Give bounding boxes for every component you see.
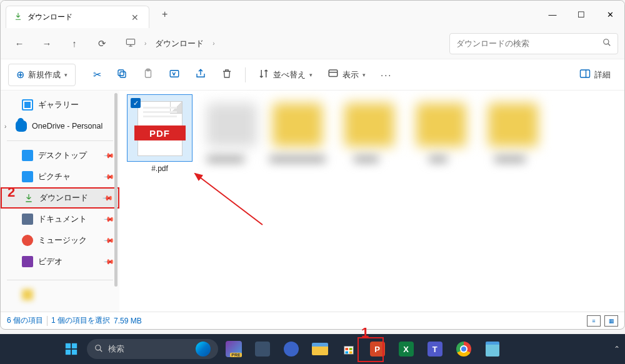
view-button[interactable]: 表示 ▾	[321, 64, 372, 86]
sidebar-item-documents[interactable]: ドキュメント 📌	[1, 209, 119, 230]
svg-rect-19	[349, 352, 352, 354]
taskbar-teams[interactable]: T	[422, 337, 448, 362]
file-checkbox[interactable]: ✓	[131, 98, 141, 108]
status-bar: 6 個の項目 1 個の項目を選択 7.59 MB ≡ ▦	[1, 312, 624, 329]
taskbar-excel[interactable]: X	[393, 337, 419, 362]
pdf-file-icon: PDF	[138, 101, 182, 156]
svg-rect-3	[118, 70, 124, 76]
taskbar-explorer[interactable]	[307, 337, 333, 362]
share-button[interactable]	[189, 64, 212, 86]
sidebar-item-blurred[interactable]	[1, 284, 119, 305]
folder-icon	[22, 289, 33, 300]
taskbar-notepad[interactable]	[479, 337, 506, 362]
sidebar-item-video[interactable]: ビデオ 📌	[1, 251, 119, 272]
navbar: ← → ↑ ⟳ › ダウンロード ›	[1, 28, 624, 59]
details-label: 詳細	[594, 69, 611, 81]
taskbar-tray[interactable]: ⌃	[614, 345, 620, 353]
back-button[interactable]: ←	[7, 34, 32, 54]
more-button[interactable]: ···	[374, 64, 399, 86]
sort-button[interactable]: 並べ替え ▾	[252, 64, 319, 86]
forward-button[interactable]: →	[34, 34, 59, 54]
sidebar-item-pictures[interactable]: ピクチャ 📌	[1, 166, 119, 187]
svg-rect-0	[126, 39, 134, 45]
maximize-button[interactable]: ☐	[567, 4, 596, 24]
sidebar-scrollbar[interactable]	[114, 93, 118, 287]
desktop-icon	[22, 150, 33, 161]
minimize-button[interactable]: —	[538, 4, 567, 24]
cut-button[interactable]: ✂	[87, 64, 108, 86]
sidebar-item-gallery[interactable]: ギャラリー	[1, 94, 119, 116]
svg-rect-13	[72, 350, 77, 355]
status-size: 7.59 MB	[114, 317, 142, 325]
pin-icon: 📌	[102, 170, 114, 182]
annotation-number-2: 2	[8, 184, 15, 200]
paste-icon	[142, 68, 154, 81]
refresh-button[interactable]: ⟳	[89, 34, 114, 54]
file-item-pdf[interactable]: ✓ PDF #.pdf	[127, 94, 192, 173]
new-tab-button[interactable]: +	[156, 5, 174, 24]
taskbar-search-placeholder: 検索	[108, 343, 124, 355]
sidebar-item-music[interactable]: ミュージック 📌	[1, 230, 119, 251]
tab-downloads[interactable]: ダウンロード ✕	[6, 6, 149, 28]
window-controls: — ☐ ✕	[538, 4, 624, 24]
pin-icon: 📌	[102, 255, 114, 267]
sidebar-item-onedrive[interactable]: › OneDrive - Personal	[1, 116, 119, 137]
new-button[interactable]: ⊕ 新規作成 ▾	[8, 64, 76, 86]
sidebar-item-label: ギャラリー	[38, 100, 79, 111]
copy-icon	[116, 68, 128, 81]
copilot-icon[interactable]	[196, 342, 211, 357]
tray-chevron-icon[interactable]: ⌃	[614, 345, 620, 353]
paste-button[interactable]	[136, 64, 160, 86]
copy-button[interactable]	[110, 64, 134, 86]
start-button[interactable]	[58, 337, 84, 362]
svg-line-9	[195, 174, 262, 225]
search-box[interactable]	[449, 33, 618, 54]
chevron-down-icon: ▾	[309, 72, 312, 78]
explorer-window: ダウンロード ✕ + — ☐ ✕ ← → ↑ ⟳ › ダウンロード ›	[0, 0, 625, 330]
chevron-right-icon: ›	[144, 40, 146, 47]
toolbar: ⊕ 新規作成 ▾ ✂ 並べ替え ▾ 表示 ▾ ··· 詳細	[1, 59, 624, 91]
svg-rect-12	[65, 350, 70, 355]
breadcrumb-segment[interactable]: ダウンロード	[155, 38, 204, 49]
view-icon	[328, 68, 339, 81]
annotation-number-1: 1	[361, 325, 369, 341]
up-button[interactable]: ↑	[62, 34, 87, 54]
sidebar-item-downloads[interactable]: ダウンロード 📌	[1, 187, 119, 209]
rename-icon	[169, 68, 180, 81]
address-bar[interactable]: › ダウンロード ›	[117, 33, 447, 54]
taskbar-chrome[interactable]	[451, 337, 477, 362]
trash-icon	[221, 68, 232, 81]
music-icon	[22, 235, 33, 246]
svg-rect-16	[345, 348, 348, 350]
pc-icon	[126, 38, 136, 49]
tab-close-button[interactable]: ✕	[129, 10, 141, 25]
sidebar-divider	[7, 280, 113, 280]
svg-rect-7	[329, 70, 338, 77]
taskbar-app-3[interactable]	[278, 337, 304, 362]
svg-rect-18	[345, 352, 348, 354]
status-selection: 1 個の項目を選択	[51, 315, 110, 326]
taskbar-app-2[interactable]	[249, 337, 276, 362]
delete-button[interactable]	[215, 64, 239, 86]
sidebar-item-label: ドキュメント	[38, 214, 87, 225]
search-input[interactable]	[456, 39, 602, 48]
pin-icon: 📌	[102, 149, 114, 161]
pictures-icon	[22, 171, 33, 182]
taskbar: 検索 PRE P X T ⌃	[0, 334, 625, 364]
chevron-right-icon[interactable]: ›	[4, 123, 6, 130]
sidebar-item-label: ダウンロード	[39, 193, 88, 204]
plus-icon: ⊕	[16, 69, 24, 81]
svg-point-1	[604, 39, 609, 44]
sidebar-item-label: デスクトップ	[38, 150, 87, 161]
view-thumbs-toggle[interactable]: ▦	[604, 315, 618, 327]
view-details-toggle[interactable]: ≡	[587, 315, 601, 327]
pin-icon: 📌	[102, 234, 114, 246]
sidebar-item-desktop[interactable]: デスクトップ 📌	[1, 145, 119, 166]
taskbar-search[interactable]: 検索	[87, 339, 218, 359]
pdf-badge: PDF	[134, 125, 186, 140]
taskbar-app-1[interactable]: PRE	[221, 337, 247, 362]
close-button[interactable]: ✕	[596, 4, 624, 24]
taskbar-store[interactable]	[336, 337, 362, 362]
details-pane-button[interactable]: 詳細	[573, 64, 617, 86]
rename-button[interactable]	[162, 64, 186, 86]
